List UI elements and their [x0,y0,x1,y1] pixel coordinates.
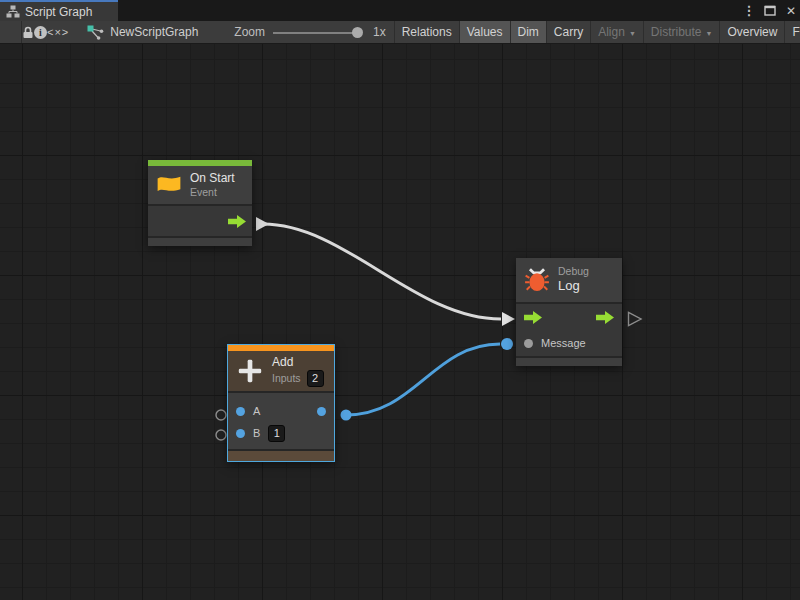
values-button[interactable]: Values [459,21,510,43]
log-enter-connector[interactable] [502,312,515,326]
zoom-slider-handle[interactable] [352,27,363,38]
exec-port-row [516,304,622,330]
overview-label: Overview [727,25,777,39]
port-b[interactable] [236,429,245,438]
zoom-label: Zoom [234,25,265,39]
add-sum-connector[interactable] [341,410,352,421]
message-port-label: Message [541,337,586,349]
message-port-row: Message [516,330,622,356]
node-title: Log [558,278,589,294]
distribute-dropdown: Distribute ▼ [643,21,720,43]
maximize-icon[interactable] [763,5,777,16]
node-subtitle-row: Inputs 2 [272,370,324,387]
add-header[interactable]: Add Inputs 2 [228,351,334,393]
node-add[interactable]: Add Inputs 2 A B 1 [227,344,335,462]
port-a-row: A [228,400,334,422]
add-body: A B 1 [228,393,334,451]
add-footer [228,451,334,461]
relations-label: Relations [402,25,452,39]
dim-button[interactable]: Dim [510,21,546,43]
data-wire-add-to-message[interactable] [346,344,500,415]
lock-button[interactable] [22,21,34,43]
tab-label: Script Graph [25,5,92,19]
graph-name: NewScriptGraph [110,25,198,39]
toolbar-button-cluster: Relations Values Dim Carry Align ▼ Distr… [394,21,800,43]
node-title: On Start [190,171,235,186]
add-titles: Add Inputs 2 [272,355,324,387]
debug-log-body: Message [516,304,622,358]
add-a-outer-connector[interactable] [216,410,226,420]
lock-icon [22,26,34,39]
wire-layer [0,44,800,600]
tab-bar: Script Graph ⋮ ✕ [0,0,800,21]
node-title: Add [272,355,324,370]
exec-exit-port[interactable] [596,311,614,324]
port-b-label: B [253,427,260,439]
overview-button[interactable]: Overview [719,21,784,43]
sum-output-port[interactable] [317,407,326,416]
zoom-slider[interactable] [273,21,363,44]
kebab-menu-icon[interactable]: ⋮ [742,4,756,17]
zoom-slider-track[interactable] [273,32,357,34]
log-exit-connector[interactable] [629,313,642,326]
info-icon: i [34,26,47,39]
tab-script-graph[interactable]: Script Graph [0,0,118,21]
carry-label: Carry [554,25,583,39]
node-debug-log[interactable]: Debug Log Message [516,258,622,366]
on-start-header[interactable]: On Start Event [148,166,252,206]
port-a[interactable] [236,407,245,416]
node-subtitle: Inputs [272,372,301,385]
toolbar-separator [21,21,22,43]
align-dropdown: Align ▼ [590,21,643,43]
zoom-control: Zoom 1x [234,21,385,43]
debug-log-header[interactable]: Debug Log [516,258,622,304]
onstart-output-connector[interactable] [256,217,269,231]
inputs-count-field[interactable]: 2 [307,370,324,387]
distribute-label: Distribute [651,25,702,39]
values-label: Values [467,25,503,39]
chevron-down-icon: ▼ [706,30,713,37]
hierarchy-icon [6,5,20,18]
graph-toolbar: i <×> NewScriptGraph Zoom 1x Re [0,21,800,44]
exec-wire-onstart-to-log[interactable] [263,224,501,319]
fullscreen-button[interactable]: Full S [784,21,800,43]
fullscreen-label: Full S [792,25,800,39]
port-b-value-field[interactable]: 1 [268,425,285,442]
message-input-connector[interactable] [501,338,513,350]
node-subtitle: Event [190,186,235,199]
graph-canvas[interactable]: On Start Event Debug [0,44,800,600]
chevron-down-icon: ▼ [629,30,636,37]
carry-button[interactable]: Carry [546,21,590,43]
info-button[interactable]: i [34,21,47,43]
message-port[interactable] [524,339,533,348]
plus-icon [236,357,264,385]
on-start-titles: On Start Event [190,171,235,199]
flag-icon [156,174,182,197]
add-b-outer-connector[interactable] [216,430,226,440]
graph-breadcrumb[interactable]: NewScriptGraph [87,21,198,43]
exec-input-port[interactable] [524,311,542,324]
port-b-row: B 1 [228,422,334,444]
exec-output-port[interactable] [228,215,246,228]
on-start-body [148,206,252,238]
script-graph-window: Script Graph ⋮ ✕ i <×> [0,0,800,600]
debug-log-titles: Debug Log [558,265,589,294]
relations-button[interactable]: Relations [394,21,459,43]
graph-asset-icon [87,25,104,40]
zoom-value: 1x [373,25,386,39]
node-category: Debug [558,265,589,278]
node-on-start[interactable]: On Start Event [148,160,252,246]
port-a-label: A [253,405,260,417]
debug-log-footer [516,358,622,366]
bug-icon [524,267,550,293]
align-label: Align [598,25,625,39]
code-icon: <×> [47,26,69,38]
close-icon[interactable]: ✕ [784,5,798,17]
code-view-button[interactable]: <×> [47,21,69,43]
on-start-footer [148,238,252,246]
window-controls: ⋮ ✕ [742,0,798,21]
dim-label: Dim [518,25,539,39]
